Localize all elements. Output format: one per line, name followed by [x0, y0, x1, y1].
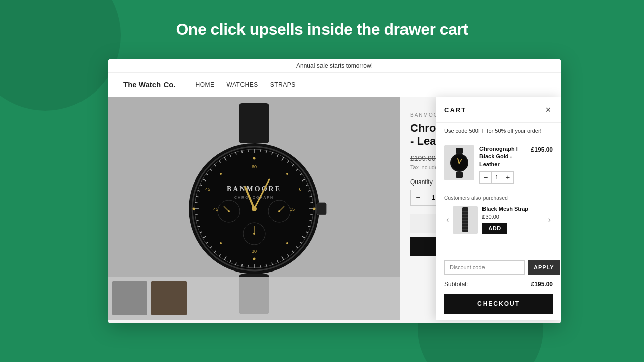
svg-line-23: [310, 220, 312, 221]
apply-discount-button[interactable]: APPLY: [528, 260, 560, 275]
cart-item-qty-control: − 1 +: [479, 171, 514, 184]
cart-footer: APPLY Subtotal: £195.00 CHECKOUT: [436, 254, 561, 320]
upsell-items-container: ‹: [444, 206, 553, 234]
discount-row: APPLY: [444, 260, 553, 275]
svg-point-68: [193, 207, 195, 210]
upsell-item-name-0: Black Mesh Strap: [482, 206, 544, 212]
subtotal-value: £195.00: [531, 281, 553, 288]
svg-line-52: [195, 202, 198, 203]
subtotal-label: Subtotal:: [444, 281, 468, 288]
cart-drawer: CART × Use code 500FF for 50% off your o…: [436, 97, 561, 320]
svg-line-49: [196, 220, 199, 221]
thumb-2[interactable]: [151, 281, 187, 315]
cart-item-image: [444, 145, 474, 180]
thumb-1[interactable]: [112, 281, 147, 315]
cart-promo-text: Use code 500FF for 50% off your order!: [436, 123, 561, 139]
svg-point-94: [252, 206, 257, 211]
store-logo: The Watch Co.: [123, 80, 176, 89]
upsell-prev-arrow[interactable]: ‹: [444, 213, 451, 226]
svg-line-65: [248, 149, 249, 152]
product-image-area: BANMOORE CHRONOGRAPH 60: [108, 97, 400, 320]
store-window: Annual sale starts tomorrow! The Watch C…: [108, 59, 561, 323]
announcement-bar: Annual sale starts tomorrow!: [108, 59, 561, 73]
upsell-next-arrow[interactable]: ›: [546, 213, 553, 226]
svg-line-64: [242, 150, 242, 153]
svg-text:30: 30: [252, 249, 257, 254]
upsell-item-price-0: £30.00: [482, 214, 544, 220]
svg-rect-95: [317, 203, 326, 215]
cart-qty-decrease-btn[interactable]: −: [480, 172, 491, 183]
thumbnail-strip: [108, 277, 400, 320]
svg-rect-0: [239, 103, 269, 143]
discount-input[interactable]: [444, 260, 525, 275]
cart-qty-value: 1: [491, 172, 502, 183]
svg-line-20: [310, 202, 313, 203]
cart-item-name: Chronograph I Black Gold - Leather: [479, 145, 526, 168]
cart-item: Chronograph I Black Gold - Leather − 1 +…: [436, 139, 561, 190]
svg-line-50: [195, 214, 198, 215]
cart-header: CART ×: [436, 97, 561, 123]
checkout-button[interactable]: CHECKOUT: [444, 294, 553, 314]
svg-line-22: [310, 214, 313, 215]
nav-home[interactable]: HOME: [196, 81, 215, 88]
nav-links: HOME WATCHES STRAPS: [196, 81, 296, 88]
svg-point-66: [253, 157, 256, 159]
svg-text:CHRONOGRAPH: CHRONOGRAPH: [234, 196, 274, 199]
svg-text:45: 45: [205, 187, 210, 192]
svg-line-34: [266, 264, 266, 266]
nav-watches[interactable]: WATCHES: [227, 81, 258, 88]
bg-decoration-1: [0, 0, 121, 111]
subtotal-row: Subtotal: £195.00: [444, 281, 553, 288]
upsell-item-info-0: Black Mesh Strap £30.00 ADD: [482, 206, 544, 234]
svg-text:15: 15: [290, 207, 295, 212]
store-main: BANMOORE CHRONOGRAPH 60: [108, 97, 561, 320]
upsell-item-0: Black Mesh Strap £30.00 ADD: [453, 206, 544, 234]
svg-line-8: [266, 150, 266, 153]
svg-line-19: [310, 196, 312, 197]
qty-decrease-btn[interactable]: −: [411, 190, 426, 205]
svg-point-73: [286, 242, 288, 244]
page-headline: One click upsells inside the drawer cart: [0, 20, 644, 39]
svg-point-71: [286, 173, 288, 175]
cart-close-button[interactable]: ×: [543, 104, 553, 115]
svg-rect-97: [456, 172, 463, 178]
upsell-section: Customers also purchased ‹: [436, 190, 561, 254]
svg-line-37: [248, 265, 249, 267]
svg-point-70: [220, 173, 222, 175]
svg-point-67: [253, 257, 256, 260]
svg-text:BANMOORE: BANMOORE: [227, 185, 281, 193]
svg-rect-96: [456, 148, 463, 154]
svg-line-38: [242, 264, 242, 266]
cart-qty-increase-btn[interactable]: +: [502, 172, 513, 183]
upsell-section-title: Customers also purchased: [444, 195, 553, 201]
svg-line-53: [196, 196, 199, 197]
svg-point-72: [220, 242, 222, 244]
nav-straps[interactable]: STRAPS: [270, 81, 296, 88]
svg-text:6: 6: [299, 187, 301, 192]
svg-point-102: [458, 162, 460, 164]
svg-point-69: [313, 207, 316, 210]
store-nav: The Watch Co. HOME WATCHES STRAPS: [108, 73, 561, 97]
svg-line-7: [260, 149, 261, 152]
cart-title: CART: [444, 106, 466, 114]
announcement-text: Annual sale starts tomorrow!: [296, 62, 373, 69]
svg-text:60: 60: [252, 164, 257, 169]
cart-item-info: Chronograph I Black Gold - Leather − 1 +: [479, 145, 526, 184]
upsell-item-image-0: [453, 206, 478, 234]
svg-text:45: 45: [213, 207, 218, 212]
upsell-add-button-0[interactable]: ADD: [482, 223, 507, 234]
svg-line-35: [260, 265, 261, 267]
cart-item-price: £195.00: [531, 146, 553, 153]
